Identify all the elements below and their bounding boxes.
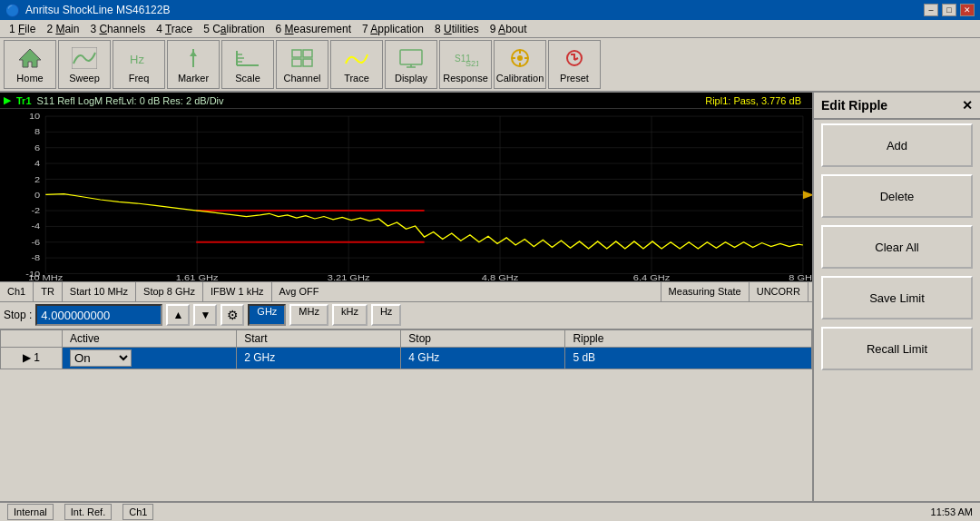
display-icon: [397, 45, 426, 71]
svg-point-20: [517, 55, 523, 61]
preset-icon: [560, 45, 589, 71]
chart-area[interactable]: 10 8 6 4 2 0 -2 -4 -6 -8 -10 10 MHz 1.61…: [0, 109, 812, 281]
panel-title-text: Edit Ripple: [821, 98, 887, 113]
svg-text:3.21 GHz: 3.21 GHz: [328, 274, 370, 281]
sweep-button[interactable]: Sweep: [58, 40, 111, 89]
ch1-segment: Ch1: [122, 504, 153, 520]
svg-rect-11: [303, 50, 312, 57]
bottom-left: Internal Int. Ref. Ch1: [7, 504, 153, 520]
col-header-start: Start: [237, 329, 401, 347]
internal-segment: Internal: [7, 504, 54, 520]
freq-button[interactable]: Hz Freq: [113, 40, 165, 89]
trace-header: ▶ Tr1 S11 Refl LogM RefLvl: 0 dB Res: 2 …: [0, 93, 812, 109]
measuring-segment: Measuring State: [662, 282, 750, 301]
title-bar: 🔵 Anritsu ShockLine MS46122B – □ ✕: [0, 0, 980, 20]
recall-limit-button[interactable]: Recall Limit: [821, 327, 973, 370]
stop-input[interactable]: [35, 304, 162, 326]
display-button[interactable]: Display: [385, 40, 437, 89]
response-button[interactable]: S11S21 Response: [439, 40, 492, 89]
row-indicator: ▶ 1: [1, 347, 63, 369]
svg-text:-4: -4: [31, 221, 40, 231]
start-segment: Start 10 MHz: [63, 282, 136, 301]
preset-button[interactable]: Preset: [548, 40, 601, 89]
add-button[interactable]: Add: [821, 123, 973, 167]
col-header-active: Active: [62, 329, 236, 347]
svg-text:10 MHz: 10 MHz: [28, 274, 63, 281]
scale-icon: [233, 45, 262, 71]
trace-icon: [342, 45, 371, 71]
menu-measurement[interactable]: 6 Measurement: [270, 22, 357, 36]
minimize-button[interactable]: –: [924, 4, 938, 16]
svg-text:0: 0: [34, 191, 41, 200]
app-icon: 🔵: [5, 4, 20, 17]
delete-button[interactable]: Delete: [821, 174, 973, 218]
panel-close-button[interactable]: ✕: [962, 98, 973, 113]
maximize-button[interactable]: □: [942, 4, 956, 16]
menu-bar: 1 File 2 Main 3 Channels 4 Trace 5 Calib…: [0, 20, 980, 38]
clear-all-button[interactable]: Clear All: [821, 225, 973, 269]
bottom-right: 11:53 AM: [931, 506, 973, 517]
home-button[interactable]: Home: [4, 40, 56, 89]
svg-marker-4: [190, 51, 197, 56]
close-window-button[interactable]: ✕: [960, 4, 975, 16]
svg-text:Hz: Hz: [130, 53, 144, 66]
sweep-icon: [70, 45, 99, 71]
data-table-container: Active Start Stop Ripple ▶ 1: [0, 329, 812, 502]
svg-text:2: 2: [34, 175, 41, 184]
svg-text:-6: -6: [31, 238, 40, 247]
table-row[interactable]: ▶ 1 On Off 2 GHz 4 GHz 5 dB: [1, 347, 812, 369]
trace-info: S11 Refl LogM RefLvl: 0 dB Res: 2 dB/Div: [37, 95, 224, 106]
menu-main[interactable]: 2 Main: [41, 22, 84, 36]
menu-utilities[interactable]: 8 Utilities: [429, 22, 485, 36]
freq-icon: Hz: [124, 45, 153, 71]
svg-text:1.61 GHz: 1.61 GHz: [176, 274, 219, 281]
ghz-button[interactable]: GHz: [248, 304, 286, 326]
down-arrow-button[interactable]: ▼: [193, 304, 217, 326]
bottom-bar: Internal Int. Ref. Ch1 11:53 AM: [0, 501, 980, 521]
stop-cell[interactable]: 4 GHz: [401, 347, 565, 369]
settings-button[interactable]: ⚙: [220, 304, 244, 326]
scale-button[interactable]: Scale: [221, 40, 274, 89]
svg-rect-13: [303, 59, 312, 66]
tr-segment: TR: [34, 282, 63, 301]
up-arrow-button[interactable]: ▲: [166, 304, 190, 326]
khz-button[interactable]: kHz: [332, 304, 368, 326]
ripple-text: Ripl1: Pass, 3.776 dB: [705, 95, 808, 106]
trace-button[interactable]: Trace: [330, 40, 383, 89]
ripple-table: Active Start Stop Ripple ▶ 1: [0, 329, 812, 369]
mhz-button[interactable]: MHz: [289, 304, 328, 326]
stop-segment: Stop 8 GHz: [136, 282, 203, 301]
stop-label: Stop :: [4, 309, 32, 321]
channel-icon: [288, 45, 317, 71]
menu-file[interactable]: 1 File: [4, 22, 41, 36]
channel-segment: Ch1: [4, 282, 34, 301]
save-limit-button[interactable]: Save Limit: [821, 276, 973, 319]
marker-button[interactable]: Marker: [167, 40, 220, 89]
marker-icon: [179, 45, 208, 71]
channel-button[interactable]: Channel: [276, 40, 328, 89]
menu-application[interactable]: 7 Application: [357, 22, 429, 36]
window-controls[interactable]: – □ ✕: [924, 4, 975, 16]
hz-button[interactable]: Hz: [371, 304, 401, 326]
chart-container: ▶ Tr1 S11 Refl LogM RefLvl: 0 dB Res: 2 …: [0, 93, 812, 501]
menu-trace[interactable]: 4 Trace: [151, 22, 198, 36]
col-header-stop: Stop: [401, 329, 565, 347]
svg-text:6: 6: [34, 143, 41, 152]
svg-marker-0: [19, 49, 41, 67]
active-cell[interactable]: On Off: [62, 347, 236, 369]
start-cell[interactable]: 2 GHz: [237, 347, 401, 369]
svg-text:S21: S21: [466, 59, 478, 68]
right-panel: Edit Ripple ✕ Add Delete Clear All Save …: [812, 93, 980, 501]
menu-calibration[interactable]: 5 Calibration: [198, 22, 270, 36]
avg-segment: Avg OFF: [272, 282, 662, 301]
trace-label: Tr1: [16, 95, 32, 106]
ripple-cell[interactable]: 5 dB: [565, 347, 812, 369]
active-select[interactable]: On Off: [70, 349, 132, 367]
calibration-icon: [505, 45, 534, 71]
time-display: 11:53 AM: [931, 506, 973, 517]
col-header-ripple: Ripple: [565, 329, 812, 347]
calibration-button[interactable]: Calibration: [494, 40, 546, 89]
menu-about[interactable]: 9 About: [485, 22, 533, 36]
svg-text:10: 10: [29, 112, 41, 121]
menu-channels[interactable]: 3 Channels: [84, 22, 151, 36]
